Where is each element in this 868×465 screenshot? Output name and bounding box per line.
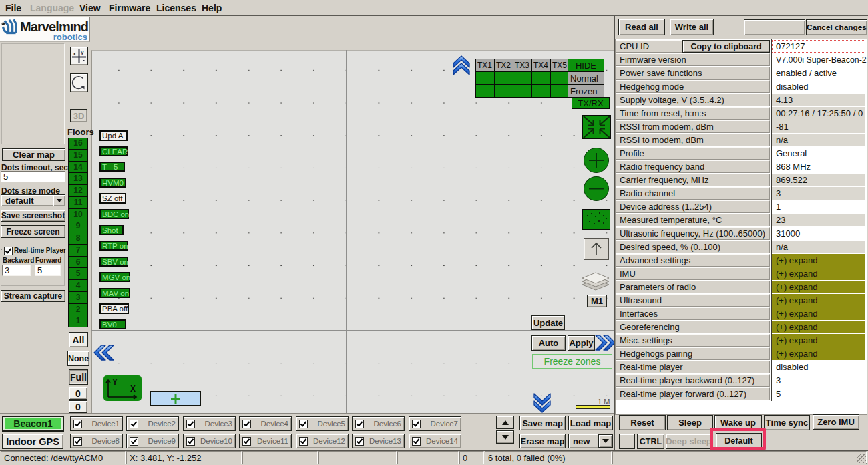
- svg-text:y: y: [81, 49, 84, 55]
- svg-text:x: x: [73, 51, 77, 57]
- svg-text:Y: Y: [112, 377, 118, 387]
- svg-text:X: X: [130, 384, 136, 394]
